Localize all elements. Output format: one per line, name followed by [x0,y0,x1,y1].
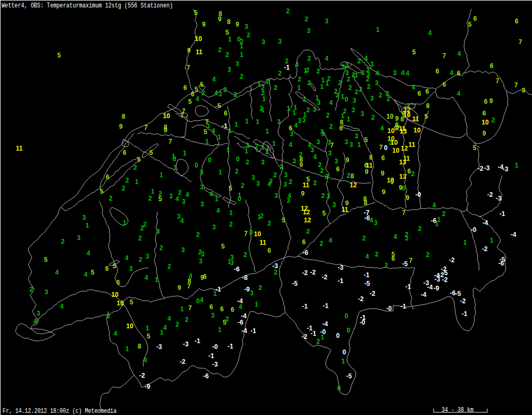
svg-text:3: 3 [335,157,338,165]
svg-text:9: 9 [202,21,206,28]
svg-text:3: 3 [287,197,290,204]
svg-text:1: 1 [180,305,184,313]
svg-text:7: 7 [379,144,383,151]
svg-text:3: 3 [250,229,253,236]
svg-text:-1: -1 [311,330,317,337]
svg-text:3: 3 [370,61,374,68]
svg-text:3: 3 [219,90,222,98]
svg-text:5: 5 [229,185,232,192]
svg-text:3: 3 [293,157,296,165]
svg-text:2: 2 [185,316,189,323]
svg-text:1: 1 [240,51,244,59]
svg-text:9: 9 [394,124,398,132]
svg-text:3: 3 [234,91,237,98]
svg-text:3: 3 [82,214,86,221]
svg-text:-1: -1 [500,210,505,218]
svg-text:12: 12 [303,209,310,216]
svg-text:3: 3 [262,38,265,46]
svg-text:2: 2 [307,79,311,87]
svg-text:1: 1 [86,222,89,229]
svg-text:5: 5 [282,217,286,224]
svg-text:11: 11 [260,239,267,246]
svg-text:4: 4 [450,69,454,77]
svg-text:13: 13 [400,128,407,135]
svg-text:3: 3 [317,138,320,146]
svg-text:4: 4 [268,180,271,188]
svg-text:1: 1 [257,81,261,88]
svg-text:1: 1 [219,169,222,176]
svg-text:2: 2 [138,235,142,242]
svg-text:1: 1 [173,164,177,171]
svg-text:-1: -1 [195,337,201,345]
svg-text:9: 9 [381,170,385,177]
svg-text:11: 11 [412,115,419,123]
svg-text:4: 4 [210,190,213,198]
svg-text:2: 2 [313,179,317,187]
svg-text:2: 2 [240,73,244,80]
svg-text:3: 3 [328,150,332,157]
svg-text:2: 2 [325,173,329,180]
svg-text:4: 4 [313,153,317,161]
svg-text:-0: -0 [415,191,421,198]
svg-text:-1: -1 [302,303,308,310]
svg-text:-0: -0 [471,226,477,234]
svg-text:-9: -9 [244,286,250,293]
svg-text:4: 4 [376,70,379,77]
svg-text:9: 9 [187,47,191,54]
svg-text:6: 6 [436,68,439,75]
svg-text:-4: -4 [427,284,433,291]
svg-text:5: 5 [44,256,48,263]
svg-text:2: 2 [107,312,111,320]
svg-text:-9: -9 [145,383,151,391]
svg-text:2: 2 [305,15,309,23]
svg-text:-5: -5 [292,280,298,287]
svg-text:10: 10 [390,139,398,146]
svg-text:9: 9 [406,194,410,202]
svg-text:2: 2 [223,86,227,94]
svg-text:10: 10 [111,291,119,298]
svg-text:-6: -6 [498,260,504,267]
svg-text:1: 1 [463,239,467,246]
svg-text:7: 7 [244,230,248,237]
svg-text:6: 6 [302,238,306,246]
svg-text:0: 0 [336,332,340,339]
svg-text:-4: -4 [242,327,247,335]
svg-text:5: 5 [218,102,221,110]
svg-text:6: 6 [443,81,446,88]
svg-text:3: 3 [317,99,321,106]
svg-text:5: 5 [223,319,227,326]
svg-text:2: 2 [122,185,126,192]
svg-text:4: 4 [394,233,397,240]
svg-text:2: 2 [348,84,352,92]
svg-text:8: 8 [138,343,142,350]
svg-text:3: 3 [313,106,317,113]
svg-text:3: 3 [325,18,329,25]
svg-text:4: 4 [406,70,410,77]
svg-text:10: 10 [163,112,170,120]
svg-text:1: 1 [326,80,329,87]
svg-text:3: 3 [393,69,397,77]
svg-text:9: 9 [300,161,303,169]
svg-text:3: 3 [321,130,325,138]
svg-text:1: 1 [183,150,187,157]
svg-text:5: 5 [226,29,229,36]
svg-text:4: 4 [200,296,204,304]
svg-text:3: 3 [350,141,353,148]
svg-text:2: 2 [426,251,430,259]
svg-text:2: 2 [442,210,446,218]
svg-text:5: 5 [194,9,198,16]
svg-text:6: 6 [105,265,109,272]
svg-text:4: 4 [365,253,369,260]
svg-text:3: 3 [236,60,239,68]
svg-text:0: 0 [343,348,346,356]
svg-text:7: 7 [188,304,192,312]
svg-text:7: 7 [180,112,184,119]
svg-text:1: 1 [342,358,345,365]
svg-text:2: 2 [266,78,270,85]
svg-text:-2: -2 [442,276,448,284]
svg-text:6: 6 [268,247,271,254]
svg-text:10: 10 [254,230,261,238]
svg-text:1: 1 [213,290,217,297]
svg-text:6: 6 [210,303,213,311]
svg-text:8: 8 [227,18,231,26]
